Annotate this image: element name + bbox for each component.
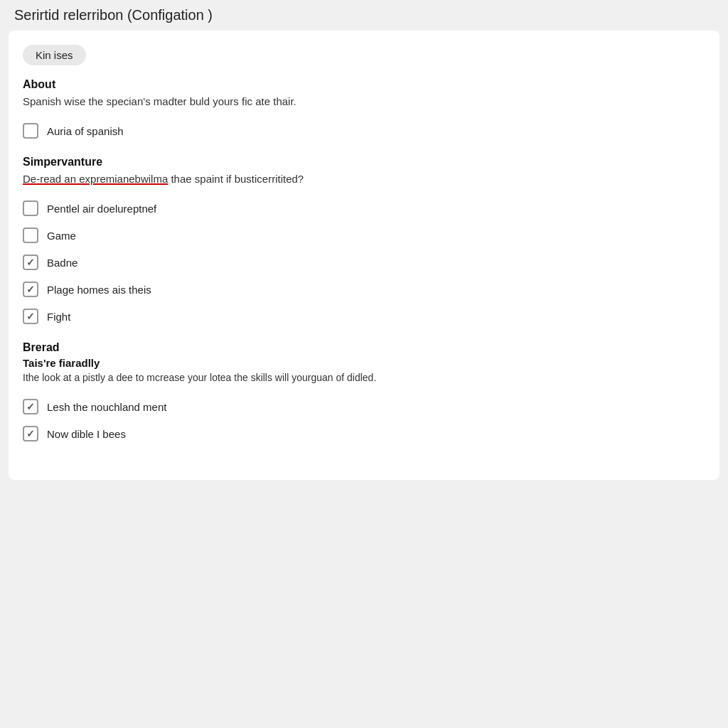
about-description: Spanish wise the specian's madter buld y… xyxy=(23,94,705,109)
checkbox-label-pentlel: Pentlel air doelureptnef xyxy=(47,203,156,215)
checkbox-label-badne: Badne xyxy=(47,257,77,269)
checkbox-pentlel[interactable] xyxy=(23,200,38,216)
checkbox-game[interactable] xyxy=(23,228,38,243)
checkbox-label-fight: Fight xyxy=(47,311,70,323)
checkbox-lesh[interactable] xyxy=(23,399,38,414)
checkbox-item[interactable]: Auria of spanish xyxy=(23,123,705,139)
content-card: Kin ises About Spanish wise the specian'… xyxy=(9,31,719,480)
section-brerad: Brerad Tais're fiaradlly Ithe look at a … xyxy=(23,341,705,385)
simpervanture-title: Simpervanture xyxy=(23,156,705,168)
checkbox-group-3: Lesh the nouchland ment Now dible I bees xyxy=(23,399,705,441)
section-simpervanture: Simpervanture De-read an expremianebwilm… xyxy=(23,156,705,186)
page-title: Serirtid relerribon (Configation ) xyxy=(0,0,728,31)
checkbox-group-2: Pentlel air doelureptnef Game Badne Plag… xyxy=(23,200,705,324)
checkbox-item-now[interactable]: Now dible I bees xyxy=(23,426,705,441)
simpervanture-description: De-read an expremianebwilma thae spaint … xyxy=(23,171,705,186)
checkbox-plage[interactable] xyxy=(23,282,38,297)
checkbox-item-game[interactable]: Game xyxy=(23,228,705,243)
checkbox-label-lesh: Lesh the nouchland ment xyxy=(47,401,166,413)
brerad-subtitle: Tais're fiaradlly xyxy=(23,357,705,369)
checkbox-auria[interactable] xyxy=(23,123,38,139)
brerad-title: Brerad xyxy=(23,341,705,354)
checkbox-label: Auria of spanish xyxy=(47,125,124,137)
tag-pill[interactable]: Kin ises xyxy=(23,45,86,65)
checkbox-fight[interactable] xyxy=(23,309,38,324)
checkbox-item-lesh[interactable]: Lesh the nouchland ment xyxy=(23,399,705,414)
checkbox-now[interactable] xyxy=(23,426,38,441)
checkbox-item-plage[interactable]: Plage homes ais theis xyxy=(23,282,705,297)
section-about: About Spanish wise the specian's madter … xyxy=(23,78,705,109)
underlined-text: De-read an expremianebwilma xyxy=(23,173,168,185)
checkbox-item-fight[interactable]: Fight xyxy=(23,309,705,324)
checkbox-label-plage: Plage homes ais theis xyxy=(47,284,151,296)
checkbox-group-1: Auria of spanish xyxy=(23,123,705,139)
checkbox-item-pentlel[interactable]: Pentlel air doelureptnef xyxy=(23,200,705,216)
about-title: About xyxy=(23,78,705,91)
checkbox-label-game: Game xyxy=(47,230,76,242)
description-rest: thae spaint if busticerritited? xyxy=(168,173,304,185)
page-container: Serirtid relerribon (Configation ) Kin i… xyxy=(0,0,728,728)
checkbox-item-badne[interactable]: Badne xyxy=(23,255,705,270)
checkbox-label-now: Now dible I bees xyxy=(47,428,126,440)
checkbox-badne[interactable] xyxy=(23,255,38,270)
brerad-description: Ithe look at a pistly a dee to mcrease y… xyxy=(23,370,705,385)
